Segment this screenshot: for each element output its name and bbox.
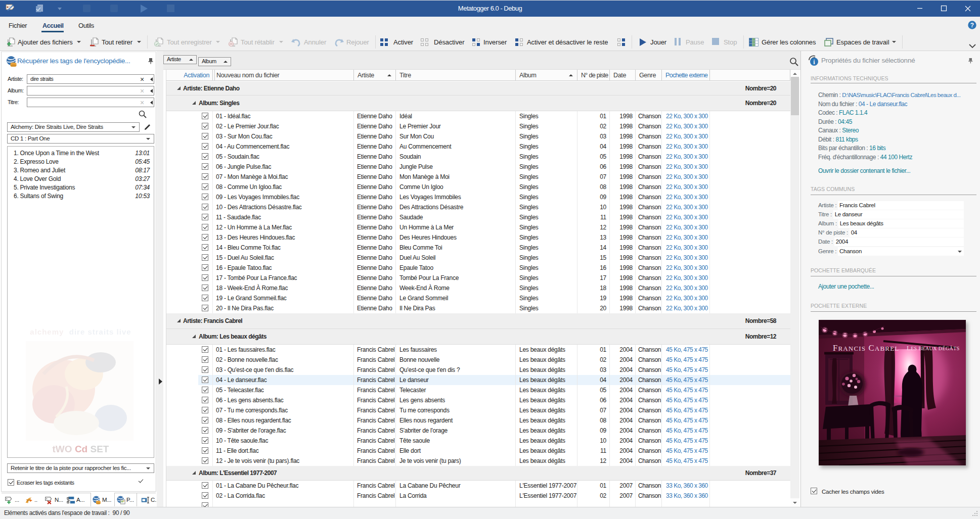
svg-text:LES BEAUX DÉGÂTS: LES BEAUX DÉGÂTS	[907, 345, 960, 352]
svg-text:?: ?	[970, 22, 974, 29]
svg-text:FRANCIS CABREL: FRANCIS CABREL	[833, 343, 899, 353]
